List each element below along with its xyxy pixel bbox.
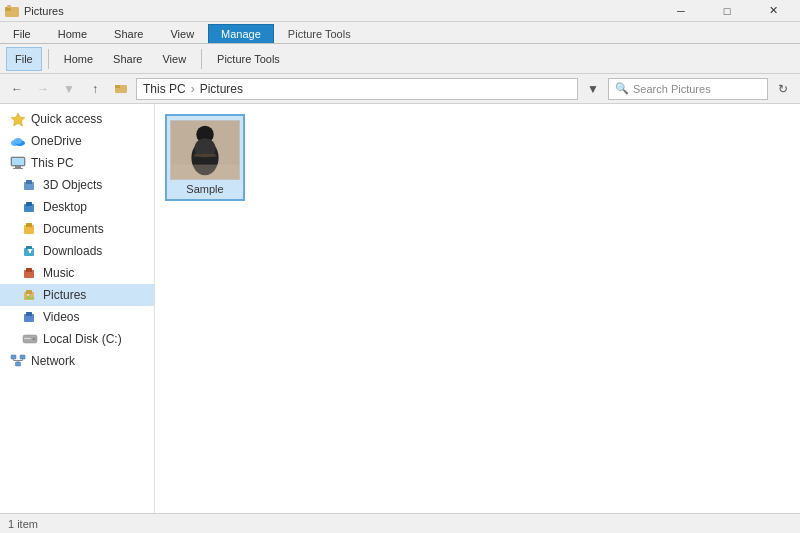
sidebar-label-local-disk: Local Disk (C:): [43, 332, 122, 346]
main-area: Quick access OneDrive Thi: [0, 104, 800, 513]
videos-icon: [22, 309, 38, 325]
sidebar-label-pictures: Pictures: [43, 288, 86, 302]
sidebar-item-desktop[interactable]: Desktop: [0, 196, 154, 218]
documents-icon: [22, 221, 38, 237]
svg-point-8: [14, 138, 22, 144]
sidebar-item-network[interactable]: Network: [0, 350, 154, 372]
svg-rect-22: [29, 249, 31, 253]
svg-rect-26: [26, 290, 32, 294]
breadcrumb: This PC › Pictures: [143, 82, 243, 96]
desktop-icon: [22, 199, 38, 215]
svg-rect-35: [20, 355, 25, 359]
network-icon: [10, 353, 26, 369]
sidebar-item-downloads[interactable]: Downloads: [0, 240, 154, 262]
tab-share[interactable]: Share: [101, 24, 156, 43]
sidebar-label-network: Network: [31, 354, 75, 368]
crumb-this-pc[interactable]: This PC: [143, 82, 186, 96]
file-name-sample: Sample: [186, 183, 223, 195]
svg-rect-33: [24, 338, 31, 339]
3d-objects-icon: [22, 177, 38, 193]
sidebar-label-videos: Videos: [43, 310, 79, 324]
back-button[interactable]: ←: [6, 78, 28, 100]
this-pc-icon: [10, 155, 26, 171]
toolbar-view[interactable]: View: [153, 47, 195, 71]
sidebar-label-documents: Documents: [43, 222, 104, 236]
svg-rect-47: [171, 165, 239, 180]
svg-rect-16: [26, 202, 32, 206]
recent-locations-button[interactable]: ▼: [58, 78, 80, 100]
address-dropdown-button[interactable]: ▼: [582, 78, 604, 100]
toolbar-picture-tools[interactable]: Picture Tools: [208, 47, 289, 71]
sidebar-label-desktop: Desktop: [43, 200, 87, 214]
toolbar-home[interactable]: Home: [55, 47, 102, 71]
sidebar-label-this-pc: This PC: [31, 156, 74, 170]
sidebar-item-music[interactable]: Music: [0, 262, 154, 284]
tab-file[interactable]: File: [0, 24, 44, 43]
sidebar-label-3d-objects: 3D Objects: [43, 178, 102, 192]
svg-rect-30: [26, 312, 32, 316]
svg-rect-11: [15, 166, 21, 168]
tab-home[interactable]: Home: [45, 24, 100, 43]
sidebar-item-local-disk[interactable]: Local Disk (C:): [0, 328, 154, 350]
up-button[interactable]: ↑: [84, 78, 106, 100]
sidebar-label-downloads: Downloads: [43, 244, 102, 258]
refresh-button[interactable]: ↻: [772, 78, 794, 100]
tab-picture-tools[interactable]: Picture Tools: [275, 24, 364, 43]
maximize-button[interactable]: □: [704, 0, 750, 22]
tab-view[interactable]: View: [157, 24, 207, 43]
search-placeholder: Search Pictures: [633, 83, 711, 95]
sidebar: Quick access OneDrive Thi: [0, 104, 155, 513]
status-text: 1 item: [8, 518, 38, 530]
crumb-pictures[interactable]: Pictures: [200, 82, 243, 96]
toolbar-divider-2: [201, 49, 202, 69]
toolbar-file[interactable]: File: [6, 47, 42, 71]
svg-rect-36: [16, 362, 21, 366]
quick-access-button[interactable]: [110, 78, 132, 100]
file-item-sample[interactable]: Sample: [165, 114, 245, 201]
onedrive-icon: [10, 133, 26, 149]
close-button[interactable]: ✕: [750, 0, 796, 22]
search-box[interactable]: 🔍 Search Pictures: [608, 78, 768, 100]
svg-marker-5: [11, 113, 25, 126]
toolbar-share[interactable]: Share: [104, 47, 151, 71]
window-controls: ─ □ ✕: [658, 0, 796, 22]
svg-rect-34: [11, 355, 16, 359]
toolbar-divider-1: [48, 49, 49, 69]
address-bar-row: ← → ▼ ↑ This PC › Pictures ▼ 🔍 Search Pi…: [0, 74, 800, 104]
minimize-button[interactable]: ─: [658, 0, 704, 22]
sidebar-item-videos[interactable]: Videos: [0, 306, 154, 328]
music-icon: [22, 265, 38, 281]
status-bar: 1 item: [0, 513, 800, 533]
address-box[interactable]: This PC › Pictures: [136, 78, 578, 100]
svg-rect-2: [7, 5, 11, 8]
window-title: Pictures: [24, 5, 658, 17]
ribbon-tabs: File Home Share View Manage Picture Tool…: [0, 22, 800, 44]
file-thumbnail-sample: [170, 120, 240, 180]
search-icon: 🔍: [615, 82, 629, 95]
sidebar-item-onedrive[interactable]: OneDrive: [0, 130, 154, 152]
pictures-icon: [22, 287, 38, 303]
sidebar-item-this-pc[interactable]: This PC: [0, 152, 154, 174]
title-bar: Pictures ─ □ ✕: [0, 0, 800, 22]
downloads-icon: [22, 243, 38, 259]
sidebar-item-documents[interactable]: Documents: [0, 218, 154, 240]
sidebar-item-3d-objects[interactable]: 3D Objects: [0, 174, 154, 196]
tab-manage[interactable]: Manage: [208, 24, 274, 43]
svg-point-32: [33, 338, 36, 341]
svg-rect-18: [26, 223, 32, 227]
file-area: Sample: [155, 104, 800, 513]
sidebar-item-quick-access[interactable]: Quick access: [0, 108, 154, 130]
quick-access-icon: [10, 111, 26, 127]
sidebar-item-pictures[interactable]: Pictures: [0, 284, 154, 306]
svg-rect-12: [13, 168, 23, 169]
svg-rect-24: [26, 268, 32, 272]
sidebar-label-quick-access: Quick access: [31, 112, 102, 126]
svg-rect-4: [115, 85, 120, 88]
sidebar-label-music: Music: [43, 266, 74, 280]
svg-rect-14: [26, 180, 32, 184]
app-icon: [4, 3, 20, 19]
svg-rect-46: [194, 154, 215, 157]
sidebar-label-onedrive: OneDrive: [31, 134, 82, 148]
local-disk-icon: [22, 331, 38, 347]
svg-rect-10: [12, 158, 24, 165]
